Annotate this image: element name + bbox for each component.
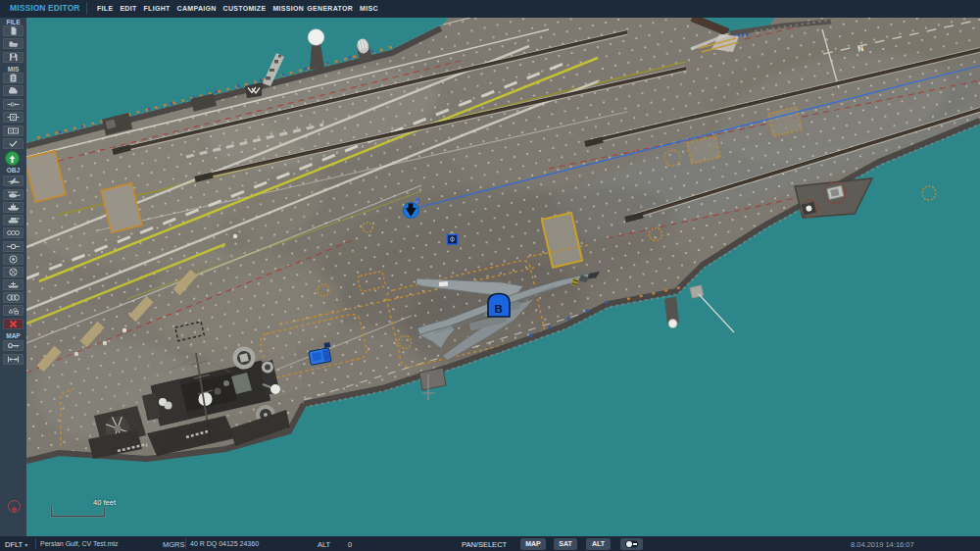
svg-text:B: B <box>495 303 503 315</box>
svg-text:40 feet: 40 feet <box>93 498 117 507</box>
svg-text:0: 0 <box>416 196 420 206</box>
